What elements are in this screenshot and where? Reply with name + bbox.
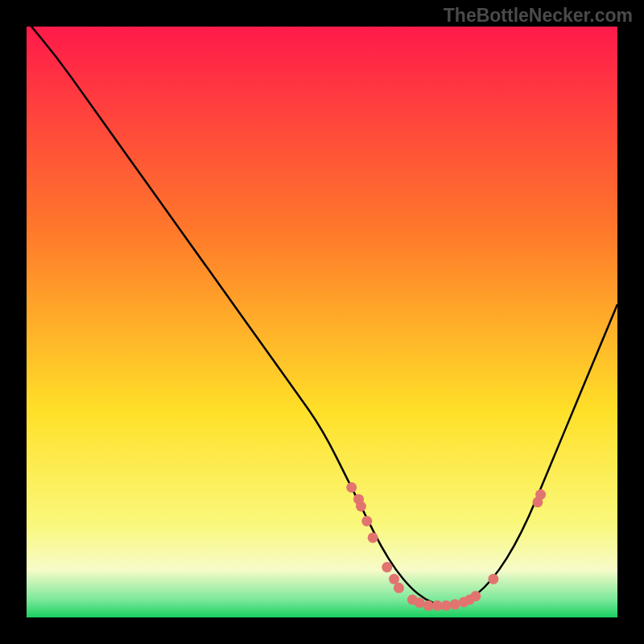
data-point (389, 574, 399, 584)
data-point (346, 482, 357, 493)
chart-svg (27, 27, 617, 617)
chart-background (27, 27, 617, 617)
data-point (488, 574, 498, 584)
data-point (361, 516, 372, 526)
data-point (394, 583, 404, 593)
data-point (382, 562, 392, 572)
data-point (441, 601, 452, 611)
data-point (356, 502, 366, 512)
data-point (535, 489, 546, 500)
chart-container (27, 27, 617, 617)
data-point (450, 599, 460, 609)
data-point (368, 532, 378, 543)
data-point (470, 591, 481, 601)
watermark-text: TheBottleNecker.com (444, 5, 633, 27)
data-point (415, 597, 425, 608)
